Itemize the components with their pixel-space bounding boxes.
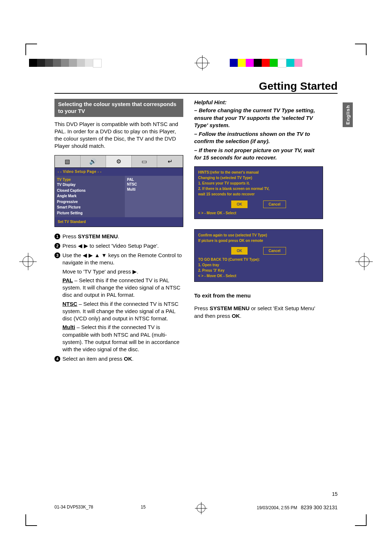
page-number: 15 xyxy=(332,491,338,497)
osd-footer: Set TV Standard xyxy=(55,217,183,227)
step-number-icon: 2 xyxy=(54,243,60,249)
hint-text: – Follow the instructions shown on the T… xyxy=(194,130,323,145)
side-registration-left-icon xyxy=(23,256,33,267)
language-tab: English xyxy=(343,102,353,127)
osd-screenshot: ▧ 🔊 ⚙ ▭ ↵ - - Video Setup Page - - TV Ty… xyxy=(54,155,183,227)
ok-button: OK xyxy=(231,200,248,208)
color-swatches xyxy=(230,59,302,67)
footer-part-number: 8239 300 32131 xyxy=(301,505,338,510)
footer-date: 19/03/2004, 2:55 PM xyxy=(257,505,297,510)
grayscale-swatches xyxy=(29,59,102,67)
step-4: 4 Select an item and press OK. xyxy=(54,355,183,362)
crop-mark-tl xyxy=(25,44,37,55)
step-number-icon: 3 xyxy=(54,252,60,258)
section-heading: Selecting the colour system that corresp… xyxy=(54,99,183,117)
step-3: 3 Use the ◀ ▶ ▲ ▼ keys on the Remote Con… xyxy=(54,252,183,353)
footer-doc-id: 01-34 DVP533K_78 xyxy=(54,505,93,513)
footer-page: 15 xyxy=(141,505,146,513)
step-number-icon: 4 xyxy=(54,356,60,362)
side-registration-right-icon xyxy=(359,256,369,267)
registration-mark-icon xyxy=(196,57,208,69)
hint-heading: Helpful Hint: xyxy=(194,99,323,106)
hint-text: – If there is not proper picture on your… xyxy=(194,147,323,162)
cancel-button: Cancel xyxy=(263,200,286,208)
crop-mark-tr xyxy=(355,44,367,55)
osd-tab-icon: ↵ xyxy=(157,155,183,168)
step-1: 1 Press SYSTEM MENU. xyxy=(54,233,183,240)
crop-mark-bl xyxy=(25,514,37,526)
osd-hint-box-1: HINTS:(refer to the owner's manual Chang… xyxy=(194,166,323,219)
crop-mark-br xyxy=(355,514,367,526)
osd-tab-icon: ▭ xyxy=(132,155,158,168)
exit-heading: To exit from the menu xyxy=(194,292,323,299)
osd-title-bar: - - Video Setup Page - - xyxy=(55,168,183,176)
osd-menu-list: TV Type TV Display Closed Captions Angle… xyxy=(55,176,125,218)
intro-text: This DVD Player is compatible with both … xyxy=(54,121,183,150)
print-footer: 01-34 DVP533K_78 15 19/03/2004, 2:55 PM … xyxy=(54,505,338,513)
registration-bar xyxy=(29,56,363,69)
step-number-icon: 1 xyxy=(54,234,60,239)
osd-tab-icon: ⚙ xyxy=(106,155,132,168)
osd-tab-icon: 🔊 xyxy=(81,155,106,168)
registration-mark-icon xyxy=(197,504,205,513)
ok-button: OK xyxy=(231,247,248,255)
osd-options: PAL NTSC Multi xyxy=(125,176,183,218)
page-title: Getting Started xyxy=(54,80,338,94)
hint-text: – Before changing the current TV Type se… xyxy=(194,107,323,129)
exit-text: Press SYSTEM MENU or select 'Exit Setup … xyxy=(194,305,323,320)
osd-hint-box-2: Confirm again to use (selected TV Type) … xyxy=(194,229,323,282)
step-2: 2 Press ◀ ▶ to select 'Video Setup Page'… xyxy=(54,242,183,250)
cancel-button: Cancel xyxy=(263,247,286,255)
osd-tab-icon: ▧ xyxy=(55,155,81,168)
